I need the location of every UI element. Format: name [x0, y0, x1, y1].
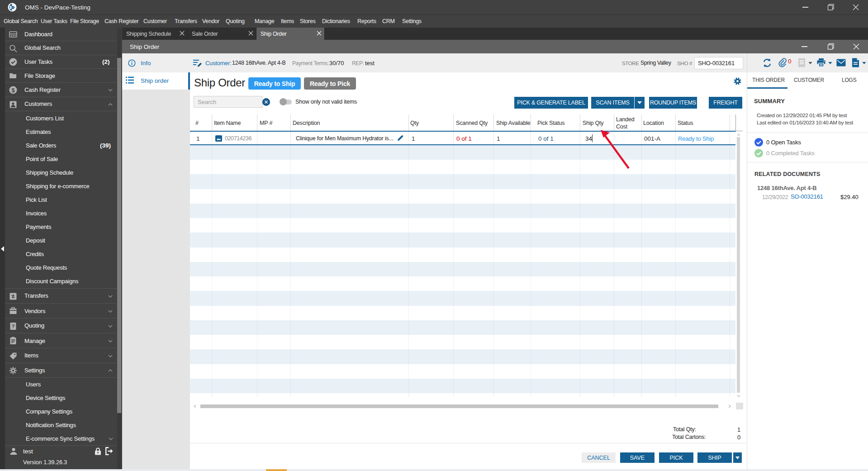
svg-text:$: $ — [11, 87, 15, 94]
svg-text:?: ? — [12, 324, 15, 329]
